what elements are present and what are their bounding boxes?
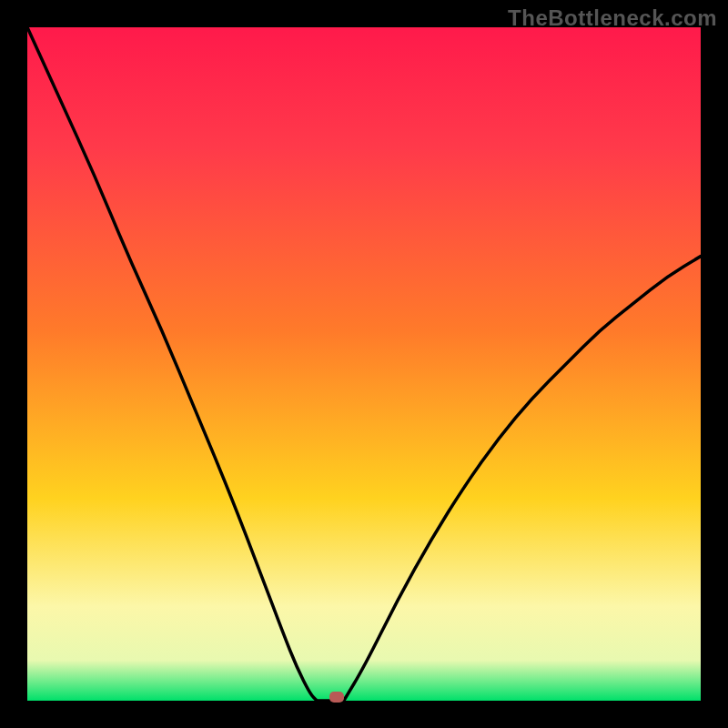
chart-svg bbox=[27, 27, 701, 701]
gradient-background bbox=[27, 27, 701, 701]
current-point-marker bbox=[329, 692, 344, 703]
chart-frame: TheBottleneck.com bbox=[0, 0, 728, 728]
watermark-text: TheBottleneck.com bbox=[508, 5, 717, 31]
plot-area bbox=[27, 27, 701, 701]
